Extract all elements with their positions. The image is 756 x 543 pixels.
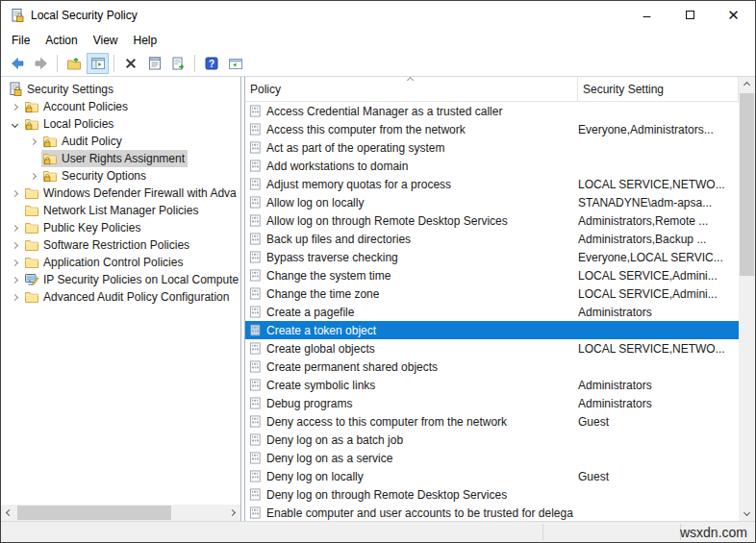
list-vertical-scrollbar[interactable] [739,77,755,521]
table-row[interactable]: Debug programsAdministrators [245,394,739,412]
table-row[interactable]: Adjust memory quotas for a processLOCAL … [245,175,739,193]
scroll-right-icon[interactable] [224,505,240,521]
policy-icon [249,214,262,227]
tree-item[interactable]: Windows Defender Firewall with Adva [1,185,240,202]
table-row[interactable]: Allow log on locallySTANADYNE\adm-apsa..… [245,193,739,211]
help-button[interactable]: ? [200,53,222,74]
tree-item[interactable]: Software Restriction Policies [1,236,240,254]
vertical-scrollbar-thumb[interactable] [740,93,754,276]
table-row[interactable]: Deny log on through Remote Desktop Servi… [245,485,739,504]
column-header-policy[interactable]: Policy [245,77,578,101]
tree-item[interactable]: User Rights Assignment [1,150,240,167]
properties-button[interactable] [143,53,165,74]
chevron-collapsed-icon[interactable] [25,167,41,185]
policy-name: Allow log on through Remote Desktop Serv… [266,214,508,228]
table-row[interactable]: Create permanent shared objects [245,358,739,376]
menu-bar: FileActionViewHelp [1,30,755,51]
table-row[interactable]: Create a pagefileAdministrators [245,303,739,321]
policy-name: Back up files and directories [266,233,411,246]
tree-item-label: IP Security Policies on Local Compute [43,273,239,286]
toolbar-separator [57,55,58,72]
menu-help[interactable]: Help [126,32,165,49]
forward-button[interactable] [30,53,52,74]
scroll-down-icon[interactable] [739,505,755,521]
policy-name: Create permanent shared objects [266,360,438,374]
folder-icon [24,203,39,218]
minimize-button[interactable]: – [625,1,668,29]
tree-item[interactable]: IP Security Policies on Local Compute [1,271,240,288]
export-list-button[interactable] [167,53,189,74]
list-header: Policy Security Setting [245,77,739,102]
show-console-tree-button[interactable] [87,53,109,74]
chevron-collapsed-icon[interactable] [25,133,41,150]
table-row[interactable]: Add workstations to domain [245,157,739,175]
chevron-collapsed-icon[interactable] [7,219,23,236]
table-row[interactable]: Access this computer from the networkEve… [245,120,739,138]
table-row[interactable]: Deny log on locallyGuest [245,467,739,485]
tree-item[interactable]: Account Policies [1,98,240,115]
table-row[interactable]: Act as part of the operating system [245,138,739,157]
scroll-left-icon[interactable] [1,505,17,521]
delete-button[interactable] [119,53,141,74]
status-bar: wsxdn.com [1,521,755,542]
table-row[interactable]: Change the time zoneLOCAL SERVICE,Admini… [245,284,739,303]
horizontal-scrollbar-thumb[interactable] [17,506,171,520]
policy-icon [249,379,262,391]
tree-item[interactable]: Application Control Policies [1,254,240,271]
table-row[interactable]: Allow log on through Remote Desktop Serv… [245,211,739,230]
column-header-label: Policy [250,83,281,96]
title-bar: Local Security Policy – ✕ [1,1,755,30]
maximize-button[interactable] [668,1,712,29]
chevron-collapsed-icon[interactable] [7,98,23,115]
policy-icon [249,433,262,446]
scroll-up-icon[interactable] [739,77,755,93]
table-row[interactable]: Deny log on as a batch job [245,431,739,449]
menu-view[interactable]: View [86,32,126,49]
close-button[interactable]: ✕ [712,1,755,29]
tree-item-label: Account Policies [43,100,128,113]
column-header-security-setting[interactable]: Security Setting [578,77,739,101]
policy-icon [249,342,262,355]
tree-item[interactable]: Advanced Audit Policy Configuration [1,288,240,306]
chevron-collapsed-icon[interactable] [7,254,23,271]
table-row[interactable]: Bypass traverse checkingEveryone,LOCAL S… [245,248,739,266]
table-row[interactable]: Change the system timeLOCAL SERVICE,Admi… [245,266,739,284]
table-row[interactable]: Deny log on as a service [245,449,739,467]
policy-icon [249,233,262,245]
chevron-collapsed-icon[interactable] [7,288,23,306]
table-row[interactable]: Deny access to this computer from the ne… [245,412,739,431]
security-setting-value: Everyone,Administrators... [578,123,739,136]
tree-item[interactable]: Local Policies [1,115,240,133]
policy-list: Access Credential Manager as a trusted c… [245,102,739,521]
tree-horizontal-scrollbar[interactable] [1,505,240,521]
tree-item[interactable]: Network List Manager Policies [1,202,240,219]
security-setting-value: Administrators,Backup ... [578,233,739,246]
new-window-button[interactable] [224,53,246,74]
chevron-expanded-icon[interactable] [7,115,23,133]
policy-name: Create a token object [266,324,376,337]
menu-file[interactable]: File [4,32,38,49]
chevron-collapsed-icon[interactable] [7,236,23,254]
table-row[interactable]: Create global objectsLOCAL SERVICE,NETWO… [245,339,739,358]
chevron-collapsed-icon[interactable] [7,271,23,288]
tree-item-label: Software Restriction Policies [43,238,189,252]
toolbar: ? [1,51,755,77]
up-one-level-button[interactable] [63,53,85,74]
table-row[interactable]: Create symbolic linksAdministrators [245,376,739,394]
menu-action[interactable]: Action [38,32,85,49]
policy-name: Change the time zone [266,287,379,301]
chevron-collapsed-icon[interactable] [7,185,23,202]
table-row[interactable]: Back up files and directoriesAdministrat… [245,230,739,248]
security-settings-icon [8,82,23,97]
tree-item[interactable]: Security Options [1,167,240,185]
policy-name: Create global objects [266,342,375,356]
table-row[interactable]: Access Credential Manager as a trusted c… [245,102,739,120]
table-row[interactable]: Enable computer and user accounts to be … [245,504,739,521]
tree-item[interactable]: Security Settings [1,81,240,98]
back-button[interactable] [6,53,28,74]
tree-item[interactable]: Public Key Policies [1,219,240,236]
table-row[interactable]: Create a token object [245,321,739,339]
tree-item[interactable]: Audit Policy [1,133,240,150]
app-lock-icon [10,8,25,23]
security-setting-value: LOCAL SERVICE,Admini... [578,269,739,283]
